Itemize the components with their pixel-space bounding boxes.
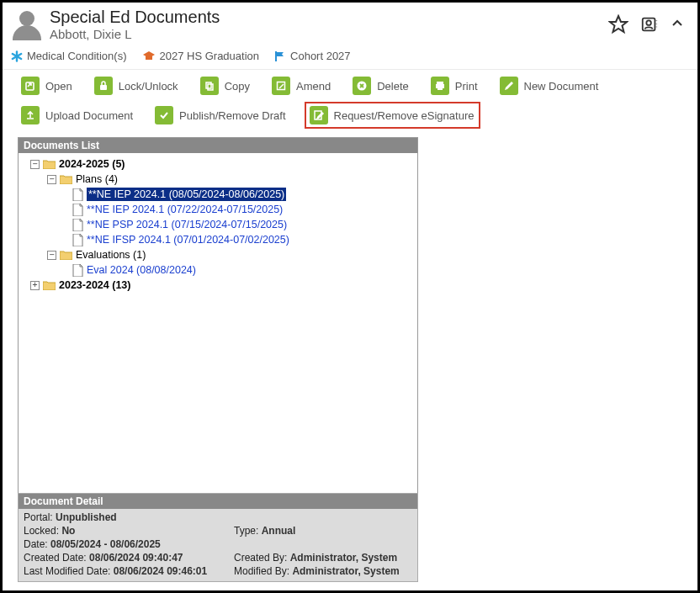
action-bar-1: Open Lock/Unlock Copy Amend Delete — [3, 70, 697, 98]
new-document-button[interactable]: New Document — [496, 75, 602, 97]
modified-by-label: Modified By: — [234, 565, 292, 577]
request-remove-esignature-button[interactable]: Request/Remove eSignature — [305, 102, 481, 129]
action-bar-2: Upload Document Publish/Remove Draft Req… — [3, 98, 697, 135]
delete-icon — [353, 77, 371, 95]
document-icon — [72, 264, 83, 277]
collapse-icon[interactable]: − — [47, 175, 56, 184]
amend-button[interactable]: Amend — [268, 75, 334, 97]
tree-doc-label: **NE IEP 2024.1 (08/05/2024-08/06/2025) — [87, 188, 286, 201]
pencil-icon — [500, 77, 518, 95]
svg-rect-19 — [438, 87, 443, 90]
documents-tree[interactable]: − 2024-2025 (5) − Plans (4) **NE IEP 202… — [19, 153, 417, 501]
btn-label: Publish/Remove Draft — [179, 109, 285, 122]
collapse-icon[interactable]: − — [30, 160, 40, 169]
tree-plans-folder[interactable]: − Plans (4) — [22, 172, 414, 187]
portal-value: Unpublished — [56, 511, 117, 523]
btn-label: Upload Document — [45, 109, 133, 122]
svg-rect-14 — [208, 84, 213, 90]
chevron-up-icon[interactable] — [671, 17, 684, 33]
graduation-icon — [142, 50, 156, 62]
documents-list-panel: Documents List − 2024-2025 (5) − Plans (… — [18, 137, 418, 502]
tag-medical[interactable]: Medical Condition(s) — [11, 50, 127, 62]
delete-button[interactable]: Delete — [349, 75, 412, 97]
open-icon — [21, 77, 40, 95]
print-icon — [431, 77, 449, 95]
document-detail-header: Document Detail — [19, 494, 417, 509]
flag-icon — [274, 50, 286, 62]
open-button[interactable]: Open — [18, 75, 76, 97]
tree-doc-label: **NE PSP 2024.1 (07/15/2024-07/15/2025) — [87, 218, 287, 231]
tree-doc-ifsp[interactable]: **NE IFSP 2024.1 (07/01/2024-07/02/2025) — [22, 232, 414, 247]
svg-rect-10 — [146, 56, 152, 60]
tree-doc-label: Eval 2024 (08/08/2024) — [87, 263, 196, 277]
created-by-label: Created By: — [234, 552, 290, 564]
tree-label: Evaluations (1) — [76, 248, 146, 262]
document-icon — [72, 234, 83, 246]
document-icon — [72, 219, 83, 231]
title-block: Special Ed Documents Abbott, Dixie L — [50, 8, 608, 41]
svg-rect-13 — [206, 82, 211, 88]
check-icon — [155, 106, 173, 124]
lock-icon — [94, 77, 113, 95]
document-icon — [72, 204, 83, 216]
tag-bar: Medical Condition(s) 2027 HS Graduation … — [3, 43, 697, 70]
date-label: Date: — [24, 538, 50, 550]
avatar-icon — [11, 8, 43, 40]
tree-doc-psp[interactable]: **NE PSP 2024.1 (07/15/2024-07/15/2025) — [22, 217, 414, 232]
btn-label: Open — [45, 80, 72, 93]
folder-icon — [60, 174, 72, 184]
btn-label: Request/Remove eSignature — [334, 109, 475, 122]
locked-label: Locked: — [24, 525, 61, 537]
upload-document-button[interactable]: Upload Document — [18, 104, 136, 126]
copy-icon — [200, 77, 219, 95]
type-value: Annual — [262, 525, 296, 537]
document-detail-panel: Document Detail Portal: Unpublished Lock… — [18, 493, 418, 582]
page-header: Special Ed Documents Abbott, Dixie L — [3, 3, 697, 43]
btn-label: Copy — [225, 80, 250, 93]
upload-icon — [21, 106, 40, 124]
collapse-icon[interactable]: − — [47, 251, 56, 260]
tag-graduation[interactable]: 2027 HS Graduation — [142, 50, 260, 62]
id-card-icon[interactable] — [640, 15, 659, 34]
lock-unlock-button[interactable]: Lock/Unlock — [91, 75, 182, 97]
documents-list-header: Documents List — [19, 138, 417, 153]
btn-label: Lock/Unlock — [119, 80, 178, 93]
tree-year-2023[interactable]: + 2023-2024 (13) — [22, 278, 414, 293]
created-date-value: 08/06/2024 09:40:47 — [89, 552, 183, 564]
star-icon[interactable] — [608, 14, 628, 34]
btn-label: New Document — [524, 80, 599, 93]
tree-label: 2024-2025 (5) — [59, 157, 125, 171]
modified-date-value: 08/06/2024 09:46:01 — [114, 565, 207, 577]
svg-rect-12 — [100, 85, 107, 90]
tree-label: 2023-2024 (13) — [59, 278, 130, 292]
print-button[interactable]: Print — [427, 75, 481, 97]
folder-icon — [43, 280, 56, 290]
expand-icon[interactable]: + — [30, 281, 40, 290]
tree-doc-iep-2[interactable]: **NE IEP 2024.1 (07/22/2024-07/15/2025) — [22, 202, 414, 217]
date-value: 08/05/2024 - 08/06/2025 — [50, 538, 161, 550]
portal-label: Portal: — [24, 511, 56, 523]
btn-label: Delete — [377, 80, 409, 93]
modified-by-value: Administrator, System — [292, 565, 399, 577]
tag-label: Medical Condition(s) — [27, 50, 127, 62]
tree-doc-eval[interactable]: Eval 2024 (08/08/2024) — [22, 262, 414, 278]
page-title: Special Ed Documents — [50, 8, 608, 26]
tag-label: Cohort 2027 — [290, 50, 351, 62]
tree-doc-iep-1[interactable]: **NE IEP 2024.1 (08/05/2024-08/06/2025) — [22, 187, 414, 202]
svg-rect-17 — [437, 82, 443, 84]
locked-value: No — [61, 525, 75, 537]
copy-button[interactable]: Copy — [197, 75, 253, 97]
tree-label: Plans (4) — [76, 172, 118, 186]
publish-remove-draft-button[interactable]: Publish/Remove Draft — [151, 104, 289, 126]
folder-icon — [43, 159, 56, 169]
amend-icon — [272, 77, 290, 95]
tag-label: 2027 HS Graduation — [160, 50, 260, 62]
tree-year-2024[interactable]: − 2024-2025 (5) — [22, 156, 414, 172]
type-label: Type: — [234, 525, 262, 537]
document-icon — [72, 188, 83, 201]
modified-date-label: Last Modified Date: — [24, 565, 114, 577]
tag-cohort[interactable]: Cohort 2027 — [274, 50, 351, 62]
asterisk-icon — [11, 50, 23, 62]
tree-evaluations-folder[interactable]: − Evaluations (1) — [22, 247, 414, 262]
tree-doc-label: **NE IEP 2024.1 (07/22/2024-07/15/2025) — [87, 203, 283, 216]
